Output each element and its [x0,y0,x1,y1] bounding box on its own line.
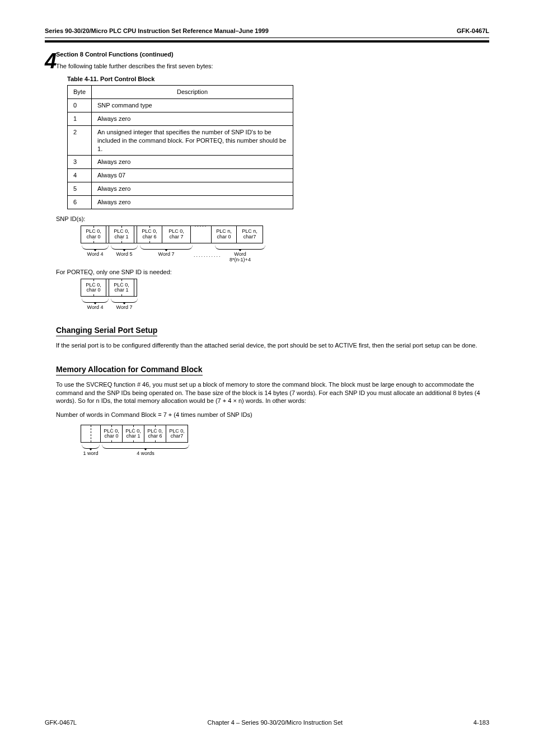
section-body: To use the SVCREQ function # 46, you mus… [56,381,489,419]
snp-id-diagram-long: PLC 0,char 0 PLC 0,char 1 PLC 0,char 6 P… [81,226,489,263]
footer-left: GFK-0467L [45,719,77,727]
footer-right: 4-183 [474,719,489,727]
table-row: 3Always zero [68,156,293,169]
porteq-note: For PORTEQ, only one SNP ID is needed: [56,268,489,276]
table-row: 4Always 07 [68,169,293,182]
table-header-row: Byte Description [68,86,293,99]
snp-id-label: SNP ID(s): [56,215,489,223]
header-right: GFK-0467L [457,27,489,35]
section-heading: Changing Serial Port Setup [56,325,489,336]
table-row: 1Always zero [68,112,293,126]
page-header: Series 90-30/20/Micro PLC CPU Instructio… [45,27,489,38]
page-footer: GFK-0467L Chapter 4 – Series 90-30/20/Mi… [45,719,489,727]
footer-center: Chapter 4 – Series 90-30/20/Micro Instru… [208,719,343,727]
table-row: 0SNP command type [68,99,293,112]
thick-divider [45,40,489,43]
table-caption: Table 4-11. Port Control Block [67,75,489,83]
table-row: 2An unsigned integer that specifies the … [68,125,293,156]
section-continued-label: Section 8 Control Functions (continued) [56,50,489,59]
memory-allocation-diagram: PLC 0,char 0 PLC 0,char 1 PLC 0,char 6 P… [81,425,489,457]
lead-text: The following table further describes th… [56,62,489,71]
snp-id-diagram-short: PLC 0,char 0 PLC 0,char 1 Word 4 Word 7 [81,279,489,311]
section-body: If the serial port is to be configured d… [56,341,489,350]
section-heading: Memory Allocation for Command Block [56,364,489,375]
table-row: 5Always zero [68,182,293,196]
header-left: Series 90-30/20/Micro PLC CPU Instructio… [45,27,269,35]
col-header-desc: Description [92,86,293,99]
port-control-block-table: Byte Description 0SNP command type 1Alwa… [67,85,293,209]
chapter-number: 4 [45,47,56,76]
table-row: 6Always zero [68,195,293,209]
col-header-byte: Byte [68,86,92,99]
